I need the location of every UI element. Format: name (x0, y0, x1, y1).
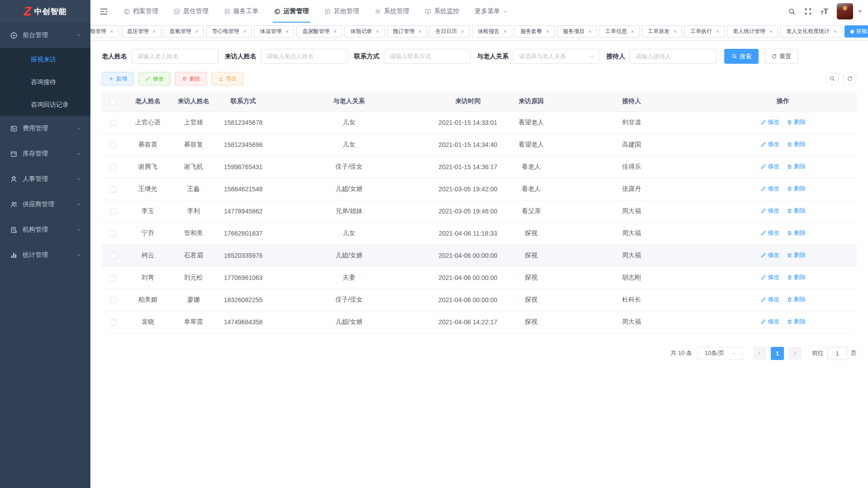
row-delete-link[interactable]: 删除 (787, 140, 806, 148)
topnav-item[interactable]: 服务工单 (216, 0, 266, 23)
sidebar-subitem[interactable]: 探视来访 (0, 48, 90, 71)
row-delete-link[interactable]: 删除 (787, 273, 806, 281)
search-button[interactable]: 搜索 (724, 49, 759, 64)
row-edit-link[interactable]: 修改 (760, 207, 779, 215)
row-checkbox[interactable] (110, 297, 116, 303)
sidebar-item[interactable]: 库存管理 (0, 141, 90, 166)
row-checkbox[interactable] (110, 253, 116, 259)
table-row[interactable]: 柯云 石君眉 16520335976 儿媳/女婿 2021-04-06 00:0… (102, 244, 857, 266)
export-button[interactable]: 导出 (212, 72, 244, 85)
user-menu-caret-icon[interactable] (858, 10, 862, 13)
delete-button[interactable]: 删除 (175, 72, 207, 85)
tab[interactable]: 生日日历 × (429, 25, 470, 38)
table-row[interactable]: 宁乔 管和美 17662801837 儿女 2021-04-06 11:18:3… (102, 222, 857, 244)
sidebar-item[interactable]: 前台管理 (0, 23, 90, 48)
sidebar-item[interactable]: 供应商管理 (0, 192, 90, 217)
tab[interactable]: 体脂记录 × (344, 25, 385, 38)
refresh-icon[interactable] (843, 72, 857, 85)
prev-page-button[interactable] (753, 347, 766, 360)
tab-close-icon[interactable]: × (832, 28, 838, 35)
row-checkbox[interactable] (110, 186, 116, 193)
tab-close-icon[interactable]: × (587, 28, 593, 35)
tab-close-icon[interactable]: × (193, 28, 200, 35)
relation-select[interactable]: 请选择与老人关系 (513, 49, 600, 64)
tab[interactable]: 工单信息 × (599, 25, 640, 38)
tab[interactable]: 体检报告 × (472, 25, 512, 38)
font-size-icon[interactable]: TT (821, 8, 828, 15)
goto-page-input[interactable] (827, 347, 847, 360)
tab[interactable]: 血尿酸管理 × (297, 25, 342, 38)
elder-name-input[interactable] (132, 49, 218, 64)
topnav-item[interactable]: 系统管理 (367, 0, 417, 23)
row-delete-link[interactable]: 删除 (787, 185, 806, 193)
tab[interactable]: 服务项目 × (557, 25, 597, 38)
row-edit-link[interactable]: 修改 (760, 273, 779, 281)
tab-close-icon[interactable]: × (417, 28, 423, 35)
row-checkbox[interactable] (110, 231, 116, 237)
row-checkbox[interactable] (110, 120, 116, 126)
tab[interactable]: 老人文化程度统计 × (780, 25, 842, 38)
tab[interactable]: 血脂管理 × (90, 25, 119, 38)
edit-button[interactable]: 修改 (138, 72, 170, 85)
row-delete-link[interactable]: 删除 (787, 317, 806, 326)
page-size-select[interactable]: 10条/页 (698, 347, 743, 360)
phone-input[interactable] (384, 49, 471, 64)
tab-close-icon[interactable]: × (459, 28, 466, 35)
row-delete-link[interactable]: 删除 (787, 207, 806, 215)
topnav-item[interactable]: 其他管理 (316, 0, 367, 23)
row-edit-link[interactable]: 修改 (760, 118, 779, 126)
table-row[interactable]: 刘菁 刘元松 17706961063 夫妻 2021-04-06 00:00:0… (102, 266, 857, 289)
tab-close-icon[interactable]: × (284, 28, 290, 35)
tab[interactable]: 老人统计管理 × (727, 25, 778, 38)
row-edit-link[interactable]: 修改 (760, 162, 779, 171)
row-checkbox[interactable] (110, 319, 116, 326)
tab-close-icon[interactable]: × (672, 28, 678, 35)
tab-close-icon[interactable]: × (241, 28, 248, 35)
row-delete-link[interactable]: 删除 (787, 229, 806, 237)
table-row[interactable]: 柏美媚 廖娜 18326082255 侄子/侄女 2021-04-06 00:0… (102, 289, 857, 311)
tab[interactable]: 血氧管理 × (164, 25, 204, 38)
sidebar-subitem[interactable]: 咨询接待 (0, 71, 90, 93)
row-edit-link[interactable]: 修改 (760, 251, 779, 259)
tab-close-icon[interactable]: × (768, 28, 774, 35)
next-page-button[interactable] (788, 347, 802, 360)
row-edit-link[interactable]: 修改 (760, 317, 779, 326)
reset-button[interactable]: 重置 (764, 49, 798, 64)
row-delete-link[interactable]: 删除 (787, 162, 806, 171)
tab[interactable]: 导心电管理 × (206, 25, 252, 38)
table-row[interactable]: 裴晓 单翠震 14749684358 儿媳/女婿 2021-04-06 14:2… (102, 311, 857, 333)
tab[interactable]: 工单派发 × (642, 25, 682, 38)
sidebar-item[interactable]: 费用管理 (0, 116, 90, 141)
topnav-item[interactable]: 更多菜单 (467, 0, 515, 23)
topnav-item[interactable]: 居住管理 (166, 0, 216, 23)
sidebar-subitem[interactable]: 咨询回访记录 (0, 93, 90, 116)
sidebar-collapse-icon[interactable] (90, 7, 116, 16)
table-row[interactable]: 上官心语 上官雄 15812345678 儿女 2021-01-15 14:33… (102, 111, 857, 133)
tab-close-icon[interactable]: × (374, 28, 381, 35)
topnav-item[interactable]: 运营管理 (266, 0, 316, 23)
fullscreen-icon[interactable] (804, 8, 812, 15)
tab[interactable]: 血压管理 × (121, 25, 161, 38)
select-all-checkbox[interactable] (110, 99, 116, 105)
tab[interactable]: 工单执行 × (684, 25, 725, 38)
tab[interactable]: 预订管理 × (387, 25, 427, 38)
tab[interactable]: 体温管理 × (254, 25, 294, 38)
tab-close-icon[interactable]: × (108, 28, 115, 35)
topnav-item[interactable]: 档案管理 (116, 0, 166, 23)
sidebar-item[interactable]: 机构管理 (0, 217, 90, 242)
receptionist-input[interactable] (630, 49, 717, 64)
row-edit-link[interactable]: 修改 (760, 185, 779, 193)
row-delete-link[interactable]: 删除 (787, 295, 806, 303)
row-checkbox[interactable] (110, 142, 116, 148)
tab-close-icon[interactable]: × (502, 28, 508, 35)
row-delete-link[interactable]: 删除 (787, 251, 806, 259)
row-edit-link[interactable]: 修改 (760, 140, 779, 148)
toggle-search-icon[interactable] (826, 72, 839, 85)
row-edit-link[interactable]: 修改 (760, 229, 779, 237)
tab[interactable]: 探视来访 × (844, 25, 868, 38)
tab-close-icon[interactable]: × (544, 28, 551, 35)
row-checkbox[interactable] (110, 275, 116, 281)
sidebar-item[interactable]: 统计管理 (0, 242, 90, 268)
table-row[interactable]: 李玉 李利 14778945862 兄弟/姐妹 2021-03-05 19:46… (102, 200, 857, 222)
topnav-item[interactable]: 系统监控 (417, 0, 467, 23)
